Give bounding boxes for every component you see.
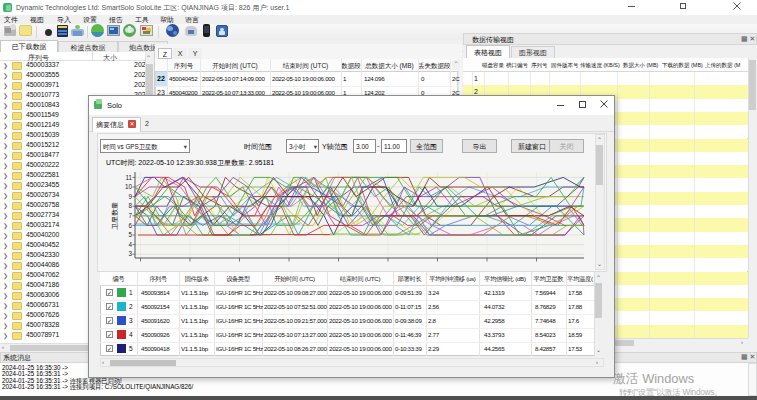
svg-text:11: 11 [125, 174, 132, 181]
svg-text:8: 8 [128, 202, 132, 209]
svg-text:7: 7 [128, 212, 132, 219]
svg-text:3: 3 [128, 250, 132, 257]
svg-text:5: 5 [128, 231, 132, 238]
svg-text:4: 4 [128, 241, 132, 248]
svg-text:6: 6 [128, 222, 132, 229]
svg-text:卫星数量: 卫星数量 [111, 202, 118, 230]
svg-text:9: 9 [128, 193, 132, 200]
svg-text:10: 10 [125, 183, 133, 190]
